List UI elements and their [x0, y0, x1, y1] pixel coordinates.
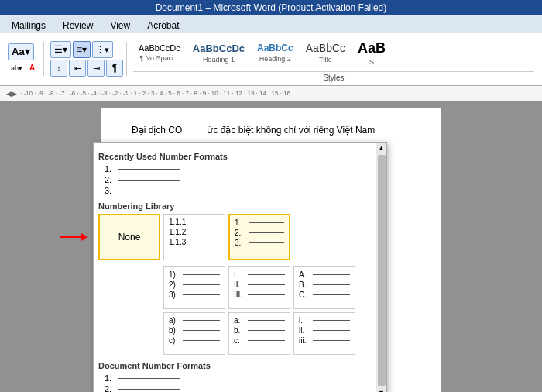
- style-heading1[interactable]: AaBbCcDc Heading 1: [187, 36, 250, 70]
- ruler: ◀▶ · -10 · -9 · -8 · -7 · -6 · -5 · -4 ·…: [0, 86, 542, 101]
- font-name-row: Aa▾: [8, 43, 40, 60]
- style-normal-label: ¶ No Spaci...: [139, 54, 179, 62]
- tab-review[interactable]: Review: [54, 18, 101, 33]
- scroll-up-button[interactable]: ▲: [376, 143, 386, 153]
- style-heading1-preview: AaBbCcDc: [193, 43, 245, 54]
- indent-decrease-button[interactable]: ⇤: [69, 60, 86, 77]
- title-text: Document1 – Microsoft Word (Product Acti…: [156, 2, 387, 13]
- indent-increase-button[interactable]: ⇥: [87, 60, 105, 77]
- tab-mailings[interactable]: Mailings: [3, 18, 54, 33]
- style-normal-preview: AaBbCcDc: [139, 43, 180, 53]
- font-aa-button[interactable]: Aa▾: [8, 43, 34, 60]
- num-line-2: 2.: [235, 229, 284, 237]
- numbering-library-row: None 1.1.1. 1.1.2. 1.1.3.: [98, 214, 382, 260]
- recent-item-3: 3.: [105, 186, 382, 195]
- pilcrow-button[interactable]: ¶: [106, 60, 123, 77]
- styles-section-label: Styles: [133, 71, 534, 82]
- recently-used-items: 1. 2. 3.: [105, 164, 382, 195]
- alpha-upper-cell[interactable]: A. B. C.: [293, 266, 355, 309]
- scroll-down-button[interactable]: ▼: [376, 387, 386, 392]
- recent-item-2: 2.: [105, 175, 382, 184]
- roman-lower-cell[interactable]: i. ii. iii.: [293, 312, 355, 355]
- roman-upper-cell[interactable]: I. II. III.: [228, 266, 290, 309]
- doc-formats-label: Document Number Formats: [98, 361, 382, 370]
- style-heading2-label: Heading 2: [259, 55, 291, 63]
- simple-numbering-cell[interactable]: 1. 2. 3.: [228, 214, 290, 260]
- styles-group: AaBbCcDc ¶ No Spaci... AaBbCcDc Heading …: [130, 36, 537, 82]
- sort-button[interactable]: ↕: [50, 60, 67, 77]
- style-title[interactable]: AaBbCc Title: [300, 36, 351, 70]
- styles-items-row: AaBbCcDc ¶ No Spaci... AaBbCcDc Heading …: [133, 36, 391, 70]
- style-title-preview: AaBbCc: [306, 42, 345, 54]
- style-subtitle-preview: AaB: [358, 40, 386, 57]
- num-line-1: 1.: [235, 218, 284, 227]
- arrow-line: [60, 236, 81, 238]
- style-normal[interactable]: AaBbCcDc ¶ No Spaci...: [133, 36, 186, 70]
- font-area: Aa▾ ab▾ A: [8, 43, 40, 75]
- style-subtitle[interactable]: AaB S: [352, 36, 391, 70]
- recently-used-label: Recently Used Number Formats: [98, 152, 382, 161]
- doc-format-1: 1.: [105, 373, 382, 383]
- style-heading2-preview: AaBbCc: [257, 43, 293, 53]
- tab-view[interactable]: View: [101, 18, 139, 33]
- list-group: ☰▾ ≡▾ ⋮▾ ↕ ⇤ ⇥ ¶: [47, 42, 127, 76]
- ribbon-toolbar: Aa▾ ab▾ A ☰▾ ≡▾ ⋮▾ ↕ ⇤ ⇥ ¶: [0, 33, 542, 86]
- num-line-3: 3.: [235, 239, 284, 247]
- style-heading2[interactable]: AaBbCc Heading 2: [252, 36, 299, 70]
- font-color-button[interactable]: A: [26, 61, 40, 75]
- bullets-button[interactable]: ☰▾: [50, 41, 71, 58]
- alpha-lower-paren-cell[interactable]: a) b) c): [163, 312, 225, 355]
- none-cell[interactable]: None: [98, 214, 160, 260]
- numbering-library-label: Numbering Library: [98, 201, 382, 211]
- style-title-label: Title: [319, 56, 332, 64]
- arrow-head: [81, 233, 87, 241]
- title-bar: Document1 – Microsoft Word (Product Acti…: [0, 0, 542, 15]
- sub-line-3: 1.1.3.: [169, 238, 220, 246]
- ribbon-tabs: Mailings Review View Acrobat: [0, 15, 542, 33]
- style-subtitle-label: S: [369, 58, 374, 66]
- numbering-button[interactable]: ≡▾: [73, 41, 91, 58]
- numbering-row2: 1) 2) 3) I. II. III. A. B. C.: [163, 266, 382, 309]
- style-heading1-label: Heading 1: [203, 56, 235, 64]
- sub-line-1: 1.1.1.: [169, 218, 220, 226]
- formatting-row: ab▾ A: [8, 61, 40, 75]
- font-group: Aa▾ ab▾ A: [5, 42, 44, 76]
- dropdown-scrollbar[interactable]: ▲ ▼: [376, 143, 386, 392]
- sub-line-2: 1.1.2.: [169, 228, 220, 236]
- paren-num-cell[interactable]: 1) 2) 3): [163, 266, 225, 309]
- dropdown-panel: ▲ ▼ Recently Used Number Formats 1. 2. 3…: [93, 142, 387, 392]
- doc-paragraph-1: Đại dịch COXXXXức đặc biệt không chỉ với…: [132, 123, 410, 138]
- main-area: Đại dịch COXXXXức đặc biệt không chỉ với…: [0, 101, 542, 392]
- arrow-indicator: [60, 233, 87, 241]
- doc-format-2: 2.: [105, 384, 382, 392]
- alpha-lower-dot-cell[interactable]: a. b. c.: [228, 312, 290, 355]
- numbering-row3: a) b) c) a. b. c. i. ii. iii.: [163, 312, 382, 355]
- font-clear-button[interactable]: ab▾: [8, 61, 26, 75]
- multilevel-button[interactable]: ⋮▾: [92, 41, 113, 58]
- scrollbar-thumb: [378, 155, 386, 386]
- recent-item-1: 1.: [105, 164, 382, 174]
- none-label: None: [118, 232, 141, 242]
- tab-acrobat[interactable]: Acrobat: [139, 18, 187, 33]
- doc-format-items: 1. 2.: [105, 373, 382, 392]
- sub-numbering-cell[interactable]: 1.1.1. 1.1.2. 1.1.3.: [163, 214, 225, 260]
